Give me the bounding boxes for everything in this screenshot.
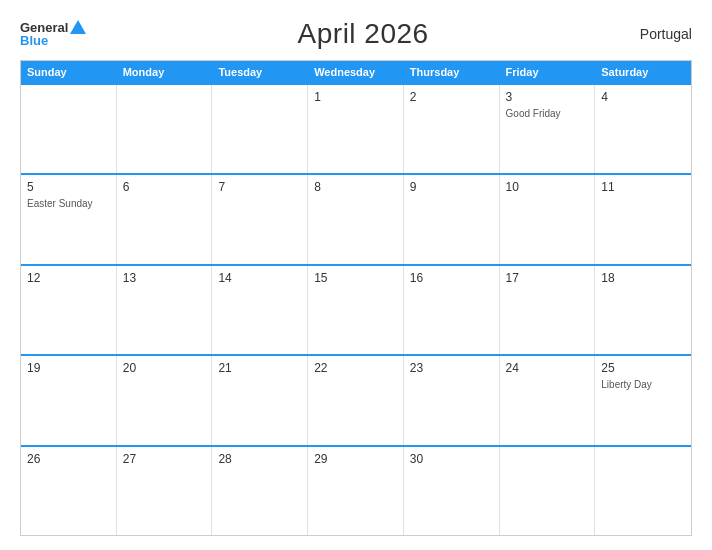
week-row-4: 19202122232425Liberty Day (21, 354, 691, 444)
day-cell-1-3: 8 (308, 175, 404, 263)
day-cell-4-4: 30 (404, 447, 500, 535)
day-cell-3-0: 19 (21, 356, 117, 444)
day-cell-0-0 (21, 85, 117, 173)
day-cell-3-4: 23 (404, 356, 500, 444)
day-cell-2-3: 15 (308, 266, 404, 354)
day-cell-2-1: 13 (117, 266, 213, 354)
day-number: 12 (27, 270, 110, 287)
day-number: 18 (601, 270, 685, 287)
day-event: Good Friday (506, 107, 589, 120)
day-number: 6 (123, 179, 206, 196)
logo-triangle-icon (70, 20, 86, 34)
day-cell-1-1: 6 (117, 175, 213, 263)
day-number: 17 (506, 270, 589, 287)
day-cell-4-1: 27 (117, 447, 213, 535)
day-cell-4-3: 29 (308, 447, 404, 535)
day-cell-3-2: 21 (212, 356, 308, 444)
day-number: 22 (314, 360, 397, 377)
calendar-title: April 2026 (298, 18, 429, 50)
col-friday: Friday (500, 61, 596, 83)
day-cell-0-4: 2 (404, 85, 500, 173)
logo-text-group: General Blue (20, 21, 86, 47)
day-number: 9 (410, 179, 493, 196)
day-cell-0-3: 1 (308, 85, 404, 173)
country-label: Portugal (640, 26, 692, 42)
logo-blue-text: Blue (20, 34, 48, 47)
day-number: 16 (410, 270, 493, 287)
day-number: 7 (218, 179, 301, 196)
day-number: 19 (27, 360, 110, 377)
day-number: 29 (314, 451, 397, 468)
col-thursday: Thursday (404, 61, 500, 83)
day-cell-2-2: 14 (212, 266, 308, 354)
logo: General Blue (20, 21, 86, 47)
header: General Blue April 2026 Portugal (20, 18, 692, 50)
day-number: 26 (27, 451, 110, 468)
day-cell-4-6 (595, 447, 691, 535)
day-cell-2-4: 16 (404, 266, 500, 354)
day-cell-2-5: 17 (500, 266, 596, 354)
day-number: 4 (601, 89, 685, 106)
day-cell-3-1: 20 (117, 356, 213, 444)
day-cell-1-0: 5Easter Sunday (21, 175, 117, 263)
day-cell-3-5: 24 (500, 356, 596, 444)
day-number: 23 (410, 360, 493, 377)
day-number: 3 (506, 89, 589, 106)
day-cell-1-6: 11 (595, 175, 691, 263)
day-number: 27 (123, 451, 206, 468)
day-cell-0-5: 3Good Friday (500, 85, 596, 173)
day-number: 30 (410, 451, 493, 468)
day-cell-1-4: 9 (404, 175, 500, 263)
day-cell-3-6: 25Liberty Day (595, 356, 691, 444)
calendar-header: Sunday Monday Tuesday Wednesday Thursday… (21, 61, 691, 83)
week-row-1: 123Good Friday4 (21, 83, 691, 173)
week-row-3: 12131415161718 (21, 264, 691, 354)
day-cell-0-1 (117, 85, 213, 173)
page: General Blue April 2026 Portugal Sunday … (0, 0, 712, 550)
week-row-2: 5Easter Sunday67891011 (21, 173, 691, 263)
calendar-body: 123Good Friday45Easter Sunday67891011121… (21, 83, 691, 535)
day-number: 10 (506, 179, 589, 196)
day-number: 21 (218, 360, 301, 377)
day-number: 15 (314, 270, 397, 287)
day-cell-2-6: 18 (595, 266, 691, 354)
day-cell-3-3: 22 (308, 356, 404, 444)
day-number: 1 (314, 89, 397, 106)
day-cell-4-2: 28 (212, 447, 308, 535)
col-sunday: Sunday (21, 61, 117, 83)
day-event: Easter Sunday (27, 197, 110, 210)
day-number: 25 (601, 360, 685, 377)
day-cell-1-5: 10 (500, 175, 596, 263)
day-cell-2-0: 12 (21, 266, 117, 354)
calendar: Sunday Monday Tuesday Wednesday Thursday… (20, 60, 692, 536)
day-number: 24 (506, 360, 589, 377)
day-cell-0-2 (212, 85, 308, 173)
day-number: 13 (123, 270, 206, 287)
day-number: 14 (218, 270, 301, 287)
day-number: 11 (601, 179, 685, 196)
col-wednesday: Wednesday (308, 61, 404, 83)
col-saturday: Saturday (595, 61, 691, 83)
day-cell-1-2: 7 (212, 175, 308, 263)
day-cell-4-0: 26 (21, 447, 117, 535)
day-number: 2 (410, 89, 493, 106)
day-event: Liberty Day (601, 378, 685, 391)
col-tuesday: Tuesday (212, 61, 308, 83)
day-number: 28 (218, 451, 301, 468)
day-number: 5 (27, 179, 110, 196)
day-number: 20 (123, 360, 206, 377)
week-row-5: 2627282930 (21, 445, 691, 535)
day-number: 8 (314, 179, 397, 196)
day-cell-0-6: 4 (595, 85, 691, 173)
day-cell-4-5 (500, 447, 596, 535)
col-monday: Monday (117, 61, 213, 83)
